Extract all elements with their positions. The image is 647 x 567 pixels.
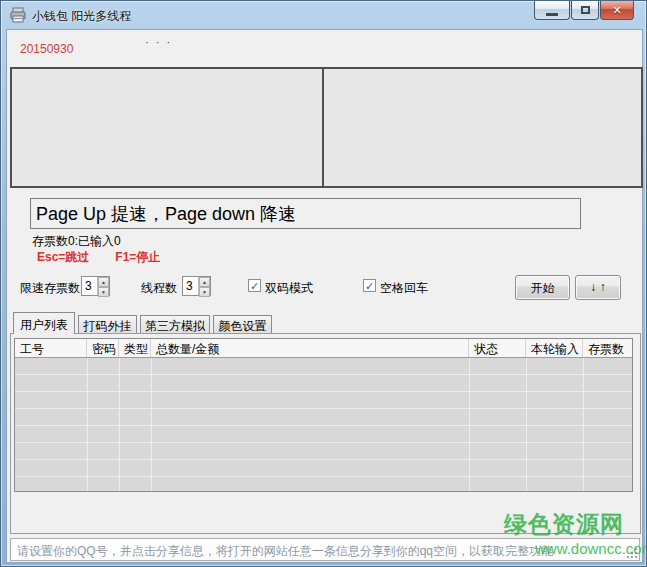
tab-color-settings[interactable]: 颜色设置 [213, 315, 272, 334]
grid-line [469, 358, 470, 491]
space-enter-label[interactable]: 空格回车 [380, 280, 428, 297]
dual-code-label[interactable]: 双码模式 [265, 280, 313, 297]
preview-panel-left [10, 67, 324, 188]
user-table: 工号 密码 类型 总数量/金额 状态 本轮输入 存票数 [14, 338, 633, 492]
threads-spinner-arrows: ▲ ▼ [198, 277, 210, 295]
maximize-button[interactable] [571, 1, 599, 20]
watermark-site-name: 绿色资源网 [504, 509, 624, 540]
table-body[interactable] [15, 358, 632, 491]
app-window: 小钱包 阳光多线程 ✕ 20150930 · · · Page Up 提速，Pa… [0, 0, 647, 567]
status-text: 请设置你的QQ号，并点击分享信息，将打开的网站任意一条信息分享到你的qq空间，以… [17, 544, 553, 558]
grid-line [87, 358, 88, 491]
spinner-up-icon[interactable]: ▲ [98, 277, 109, 287]
speed-hint-box: Page Up 提速，Page down 降速 [30, 198, 581, 229]
spinner-up-icon[interactable]: ▲ [199, 277, 210, 287]
titlebar[interactable]: 小钱包 阳光多线程 ✕ [1, 1, 646, 29]
arrows-button[interactable]: ↓ ↑ [575, 275, 621, 300]
limit-spinner[interactable]: 3 ▲ ▼ [81, 276, 110, 296]
tab-third-party[interactable]: 第三方模拟 [140, 315, 210, 334]
limit-label: 限速存票数 [20, 280, 80, 297]
check-icon: ✓ [250, 280, 259, 292]
maximize-icon [581, 6, 590, 14]
spinner-down-icon[interactable]: ▼ [199, 287, 210, 297]
grid-line [583, 358, 584, 491]
close-icon: ✕ [612, 4, 621, 17]
threads-label: 线程数 [141, 280, 177, 297]
tab-user-list[interactable]: 用户列表 [13, 312, 75, 334]
col-header-password[interactable]: 密码 [87, 339, 119, 357]
start-button[interactable]: 开始 [515, 275, 570, 300]
app-icon [10, 7, 26, 23]
tab-code-plugin[interactable]: 打码外挂 [78, 315, 137, 334]
grid-line [151, 358, 152, 491]
spinner-down-icon[interactable]: ▼ [98, 287, 109, 297]
hotkey-hints: Esc=跳过F1=停止 [37, 249, 186, 266]
col-header-amount[interactable]: 总数量/金额 [151, 339, 469, 357]
dots-label: · · · [145, 36, 172, 48]
threads-value[interactable]: 3 [183, 277, 198, 295]
caption-buttons: ✕ [533, 1, 634, 20]
space-enter-checkbox[interactable]: ✓ [363, 279, 376, 292]
watermark-site-url: www.downcc.com [535, 540, 647, 557]
preview-panel-right [322, 67, 643, 188]
date-label: 20150930 [20, 42, 73, 56]
minimize-button[interactable] [534, 1, 570, 20]
check-icon: ✓ [365, 280, 374, 292]
close-button[interactable]: ✕ [600, 1, 634, 20]
window-title: 小钱包 阳光多线程 [32, 8, 131, 25]
col-header-type[interactable]: 类型 [119, 339, 151, 357]
col-header-id[interactable]: 工号 [15, 339, 87, 357]
ticket-count-text: 存票数0:已输入0 [32, 233, 121, 250]
client-area: 20150930 · · · Page Up 提速，Page down 降速 存… [6, 29, 643, 563]
col-header-status[interactable]: 状态 [469, 339, 526, 357]
limit-value[interactable]: 3 [82, 277, 97, 295]
col-header-tickets[interactable]: 存票数 [583, 339, 632, 357]
esc-hint: Esc=跳过 [37, 250, 89, 264]
f1-hint: F1=停止 [115, 250, 160, 264]
grid-line [119, 358, 120, 491]
grid-line [526, 358, 527, 491]
table-header-row: 工号 密码 类型 总数量/金额 状态 本轮输入 存票数 [15, 339, 632, 358]
dual-code-checkbox[interactable]: ✓ [248, 279, 261, 292]
limit-spinner-arrows: ▲ ▼ [97, 277, 109, 295]
threads-spinner[interactable]: 3 ▲ ▼ [182, 276, 211, 296]
col-header-round-input[interactable]: 本轮输入 [526, 339, 583, 357]
minimize-icon [546, 13, 558, 16]
